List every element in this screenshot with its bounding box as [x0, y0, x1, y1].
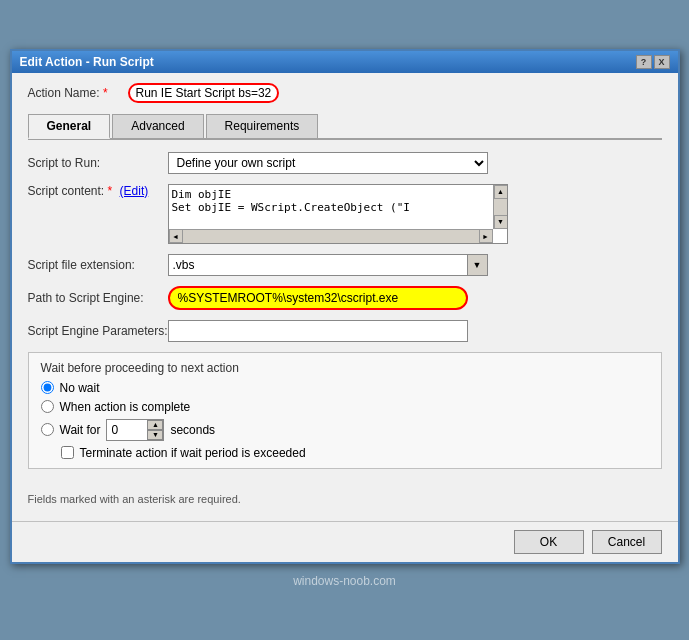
wait-spinner[interactable]: ▲ ▼ [106, 419, 164, 441]
path-label: Path to Script Engine: [28, 291, 168, 305]
no-wait-radio[interactable] [41, 381, 54, 394]
script-content-label: Script content: * (Edit) [28, 184, 168, 198]
script-ext-value: .vbs [169, 255, 467, 275]
wait-for-label: Wait for [60, 423, 101, 437]
no-wait-row: No wait [41, 381, 649, 395]
script-text: Dim objIE Set objIE = WScript.CreateObje… [169, 185, 507, 228]
script-content-area[interactable]: Dim objIE Set objIE = WScript.CreateObje… [168, 184, 508, 244]
scroll-right-btn[interactable]: ► [479, 229, 493, 243]
dialog-title: Edit Action - Run Script [20, 55, 154, 69]
script-content-row: Script content: * (Edit) Dim objIE Set o… [28, 184, 662, 244]
spinner-buttons: ▲ ▼ [147, 420, 163, 440]
title-bar-buttons: ? X [636, 55, 670, 69]
fields-note: Fields marked with an asterisk are requi… [28, 493, 662, 505]
dialog-footer: OK Cancel [12, 521, 678, 562]
seconds-label: seconds [170, 423, 215, 437]
scroll-bottom[interactable]: ◄ ► [169, 229, 493, 243]
wait-for-radio[interactable] [41, 423, 54, 436]
cancel-button[interactable]: Cancel [592, 530, 662, 554]
wait-section: Wait before proceeding to next action No… [28, 352, 662, 469]
spinner-down[interactable]: ▼ [147, 430, 163, 440]
script-required-star: * [108, 184, 113, 198]
required-star: * [103, 86, 108, 100]
terminate-checkbox[interactable] [61, 446, 74, 459]
script-ext-label: Script file extension: [28, 258, 168, 272]
script-to-run-dropdown[interactable]: Define your own script [168, 152, 488, 174]
tab-advanced[interactable]: Advanced [112, 114, 203, 139]
path-to-engine-row: Path to Script Engine: [28, 286, 662, 310]
help-button[interactable]: ? [636, 55, 652, 69]
action-name-input[interactable]: Run IE Start Script bs=32 [128, 83, 280, 103]
tab-requirements[interactable]: Requirements [206, 114, 319, 139]
scroll-left-btn[interactable]: ◄ [169, 229, 183, 243]
wait-seconds-input[interactable] [107, 420, 147, 440]
when-complete-row: When action is complete [41, 400, 649, 414]
spinner-up[interactable]: ▲ [147, 420, 163, 430]
ext-dropdown-arrow[interactable]: ▼ [467, 255, 487, 275]
action-name-row: Action Name: * Run IE Start Script bs=32 [28, 83, 662, 103]
edit-link[interactable]: (Edit) [120, 184, 149, 198]
wait-title: Wait before proceeding to next action [41, 361, 649, 375]
script-params-label: Script Engine Parameters: [28, 324, 168, 338]
tab-general[interactable]: General [28, 114, 111, 139]
script-to-run-row: Script to Run: Define your own script [28, 152, 662, 174]
script-to-run-label: Script to Run: [28, 156, 168, 170]
tabs-bar: General Advanced Requirements [28, 113, 662, 140]
wait-for-row: Wait for ▲ ▼ seconds [41, 419, 649, 441]
script-params-row: Script Engine Parameters: [28, 320, 662, 342]
close-button[interactable]: X [654, 55, 670, 69]
action-name-label: Action Name: * [28, 86, 128, 100]
script-params-input[interactable] [168, 320, 468, 342]
no-wait-label: No wait [60, 381, 100, 395]
watermark: windows-noob.com [289, 570, 400, 592]
dialog-body: Action Name: * Run IE Start Script bs=32… [12, 73, 678, 521]
path-input[interactable] [168, 286, 468, 310]
terminate-label: Terminate action if wait period is excee… [80, 446, 306, 460]
when-complete-radio[interactable] [41, 400, 54, 413]
when-complete-label: When action is complete [60, 400, 191, 414]
scroll-down-btn[interactable]: ▼ [494, 215, 508, 229]
scroll-right[interactable]: ▲ ▼ [493, 185, 507, 229]
scroll-up-btn[interactable]: ▲ [494, 185, 508, 199]
terminate-row: Terminate action if wait period is excee… [61, 446, 649, 460]
ok-button[interactable]: OK [514, 530, 584, 554]
script-ext-row: Script file extension: .vbs ▼ [28, 254, 662, 276]
title-bar: Edit Action - Run Script ? X [12, 51, 678, 73]
dialog-window: Edit Action - Run Script ? X Action Name… [10, 49, 680, 564]
